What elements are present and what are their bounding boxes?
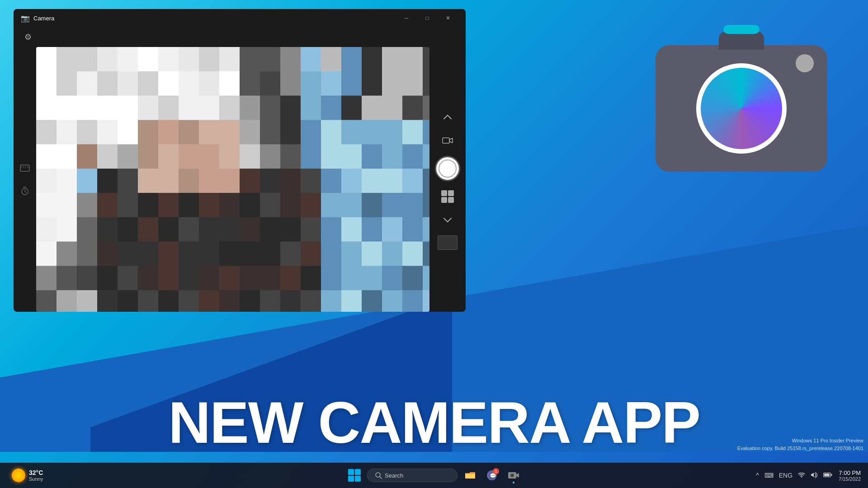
camera-window: 📷 Camera ─ □ ✕ ⚙ bbox=[14, 9, 466, 312]
battery-icon[interactable] bbox=[822, 471, 833, 480]
svg-rect-7 bbox=[443, 138, 449, 143]
search-label: Search bbox=[385, 472, 403, 479]
keyboard-icon[interactable]: ⌨ bbox=[764, 471, 774, 480]
win-tile-2 bbox=[355, 469, 361, 475]
running-indicator bbox=[513, 482, 514, 483]
svg-point-15 bbox=[801, 477, 802, 478]
svg-rect-17 bbox=[824, 474, 830, 476]
clock-time: 7:00 PM bbox=[839, 469, 861, 476]
camera-viewfinder bbox=[36, 47, 429, 312]
chat-icon[interactable]: 💬 1 bbox=[483, 466, 501, 484]
taskbar: 32°C Sunny Search bbox=[0, 463, 868, 488]
win-tile-3 bbox=[348, 476, 354, 482]
file-explorer-icon[interactable] bbox=[461, 466, 479, 484]
folder-icon bbox=[464, 470, 476, 480]
titlebar-buttons: ─ □ ✕ bbox=[396, 11, 458, 25]
clock-date: 7/15/2022 bbox=[839, 476, 861, 482]
weather-text: 32°C Sunny bbox=[29, 469, 43, 482]
camera-body bbox=[14, 47, 466, 312]
svg-rect-0 bbox=[20, 165, 29, 171]
title-left: 📷 Camera bbox=[21, 14, 54, 23]
photo-icon[interactable] bbox=[18, 160, 32, 175]
taskbar-center: Search 💬 1 bbox=[345, 466, 523, 484]
taskbar-right: ^ ⌨ ENG bbox=[755, 469, 861, 482]
start-button[interactable] bbox=[345, 466, 363, 484]
close-button[interactable]: ✕ bbox=[438, 11, 458, 25]
weather-widget[interactable]: 32°C Sunny bbox=[7, 467, 47, 484]
camera-controls bbox=[429, 47, 466, 312]
camera-settings-bar: ⚙ bbox=[14, 27, 466, 47]
camera-app-icon-large bbox=[651, 18, 832, 190]
svg-line-9 bbox=[380, 477, 382, 479]
thumbnail-preview[interactable] bbox=[438, 235, 458, 250]
system-icons: ^ ⌨ ENG bbox=[755, 470, 833, 481]
settings-gear-icon[interactable]: ⚙ bbox=[21, 30, 35, 44]
svg-rect-18 bbox=[831, 474, 832, 476]
chevron-down-icon[interactable] bbox=[439, 212, 456, 228]
weather-temperature: 32°C bbox=[29, 469, 43, 476]
camera-taskbar-icon-svg bbox=[508, 470, 519, 480]
taskbar-left: 32°C Sunny bbox=[7, 467, 47, 484]
chevron-tray-icon[interactable]: ^ bbox=[755, 471, 760, 480]
maximize-button[interactable]: □ bbox=[417, 11, 438, 25]
win-tile-4 bbox=[355, 476, 361, 482]
camera-left-icons bbox=[14, 47, 36, 312]
weather-sun-icon bbox=[12, 469, 25, 482]
camera-titlebar: 📷 Camera ─ □ ✕ bbox=[14, 9, 466, 27]
svg-point-14 bbox=[511, 474, 514, 477]
video-mode-icon[interactable] bbox=[439, 132, 456, 149]
camera-taskbar-icon[interactable] bbox=[505, 466, 523, 484]
windows-logo bbox=[348, 469, 361, 482]
minimize-button[interactable]: ─ bbox=[396, 11, 417, 25]
camera-app-icon: 📷 bbox=[21, 14, 30, 23]
mode-grid-icon[interactable] bbox=[439, 188, 456, 205]
chevron-up-icon[interactable] bbox=[439, 109, 456, 125]
capture-inner bbox=[439, 160, 457, 178]
search-box[interactable]: Search bbox=[367, 469, 458, 482]
svg-line-5 bbox=[25, 192, 26, 192]
win-tile-1 bbox=[348, 469, 354, 475]
camera-title: Camera bbox=[33, 15, 54, 22]
chat-notification-badge: 1 bbox=[493, 468, 499, 474]
banner-text: NEW CAMERA APP bbox=[0, 393, 868, 452]
search-icon bbox=[375, 472, 382, 479]
weather-description: Sunny bbox=[29, 476, 43, 482]
wifi-icon[interactable] bbox=[797, 471, 806, 480]
capture-button[interactable] bbox=[435, 156, 460, 181]
timer-icon[interactable] bbox=[18, 184, 32, 198]
volume-icon[interactable] bbox=[810, 470, 819, 481]
taskbar-clock[interactable]: 7:00 PM 7/15/2022 bbox=[839, 469, 861, 482]
language-indicator[interactable]: ENG bbox=[778, 471, 793, 480]
